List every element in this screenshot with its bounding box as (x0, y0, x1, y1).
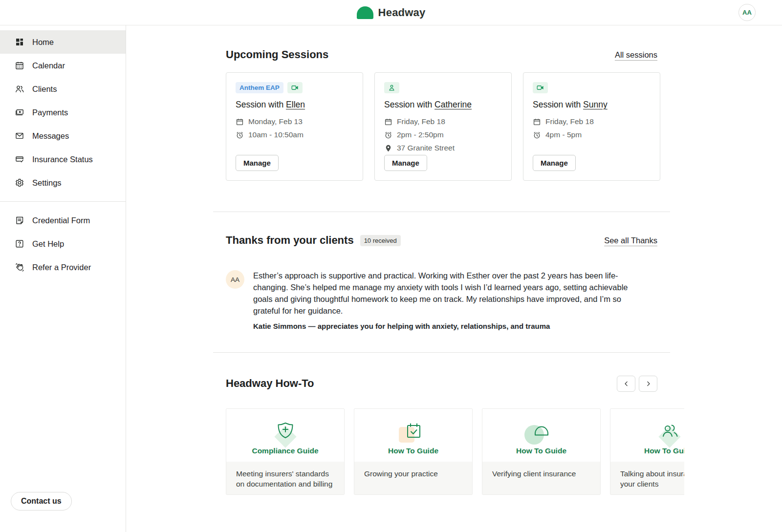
calendar-meta-icon (384, 118, 392, 126)
get-help-icon (15, 239, 24, 249)
session-date-text: Friday, Feb 18 (397, 117, 445, 126)
payments-icon (15, 107, 24, 117)
sidebar-item-refer-a-provider[interactable]: Refer a Provider (0, 255, 126, 279)
waving-hand-icon (15, 262, 24, 272)
thanks-count-badge: 10 received (360, 235, 401, 246)
review-text: Esther’s approach is supportive and prac… (253, 270, 642, 317)
session-date-text: Friday, Feb 18 (545, 117, 594, 126)
person-badge (384, 82, 399, 93)
main-content: Upcoming Sessions All sessions Anthem EA… (213, 25, 670, 495)
sidebar-item-payments[interactable]: Payments (0, 101, 126, 124)
session-location: 37 Granite Street (384, 144, 502, 152)
top-header: Headway AA (0, 0, 782, 25)
session-time-text: 10am - 10:50am (248, 130, 304, 139)
carousel-next-button[interactable] (639, 376, 657, 392)
sidebar-primary-nav: HomeCalendarClientsPaymentsMessagesInsur… (0, 30, 126, 194)
manage-button[interactable]: Manage (384, 155, 427, 171)
calendar-meta-icon (533, 118, 541, 126)
headway-logo[interactable]: Headway (357, 6, 426, 19)
howto-card-label: How To Guide (644, 447, 684, 455)
sidebar-item-label: Payments (32, 108, 68, 117)
session-date-text: Monday, Feb 13 (248, 117, 303, 126)
credential-form-icon (15, 215, 24, 225)
headway-dome-icon (531, 421, 552, 442)
sidebar-item-insurance-status[interactable]: Insurance Status (0, 148, 126, 171)
howto-card[interactable]: How To GuideTalking about insurance with… (610, 408, 684, 495)
sidebar-item-label: Messages (32, 131, 69, 141)
upcoming-sessions-section: Upcoming Sessions All sessions Anthem EA… (213, 48, 670, 212)
session-time: 10am - 10:50am (236, 130, 353, 139)
client-link[interactable]: Sunny (583, 100, 608, 109)
sidebar-item-label: Refer a Provider (32, 263, 91, 272)
clock-meta-icon (533, 131, 541, 139)
howto-card-description: Growing your practice (354, 462, 472, 495)
session-card: Anthem EAPSession with EllenMonday, Feb … (226, 72, 363, 181)
chevron-left-icon (623, 380, 630, 387)
session-location-text: 37 Granite Street (397, 144, 455, 152)
howto-card-description: Meeting insurers' standards on documenta… (226, 462, 344, 495)
session-title: Session with Sunny (533, 100, 651, 110)
home-icon (15, 37, 24, 47)
settings-icon (15, 178, 24, 188)
sidebar-item-messages[interactable]: Messages (0, 124, 126, 148)
sidebar-item-label: Clients (32, 85, 57, 94)
all-sessions-link[interactable]: All sessions (615, 50, 657, 60)
section-divider (213, 212, 670, 212)
video-camera-badge (287, 82, 303, 93)
contact-us-button[interactable]: Contact us (11, 492, 72, 511)
manage-button[interactable]: Manage (236, 155, 279, 171)
section-divider (213, 352, 670, 353)
shield-plus-icon (275, 421, 296, 442)
session-time-text: 2pm - 2:50pm (397, 130, 444, 139)
upcoming-sessions-title: Upcoming Sessions (226, 48, 328, 61)
messages-icon (15, 131, 24, 141)
clock-meta-icon (384, 131, 392, 139)
video-camera-icon (536, 84, 544, 92)
sidebar-item-label: Get Help (32, 239, 64, 249)
sidebar-divider (0, 201, 126, 202)
session-title-prefix: Session with (236, 100, 286, 109)
session-title: Session with Ellen (236, 100, 353, 110)
session-time: 2pm - 2:50pm (384, 130, 502, 139)
sidebar-item-credential-form[interactable]: Credential Form (0, 209, 126, 232)
clock-meta-icon (236, 131, 244, 139)
sidebar-item-clients[interactable]: Clients (0, 77, 126, 101)
howto-card-description: Talking about insurance with your client… (610, 462, 684, 495)
session-time: 4pm - 5pm (533, 130, 651, 139)
sidebar-item-settings[interactable]: Settings (0, 171, 126, 194)
thanks-title: Thanks from your clients (226, 234, 354, 247)
user-avatar[interactable]: AA (739, 4, 756, 21)
howto-card-label: How To Guide (388, 447, 438, 455)
brand-name: Headway (378, 6, 426, 19)
insurance-icon (15, 154, 24, 164)
howto-section: Headway How-To Compliance GuideMeeting i… (213, 376, 670, 495)
client-link[interactable]: Ellen (286, 100, 305, 109)
session-title: Session with Catherine (384, 100, 502, 110)
session-date: Friday, Feb 18 (384, 117, 502, 126)
session-title-prefix: Session with (384, 100, 434, 109)
reviewer-avatar: AA (226, 270, 244, 289)
session-title-prefix: Session with (533, 100, 583, 109)
person-icon (388, 84, 396, 92)
manage-button[interactable]: Manage (533, 155, 576, 171)
howto-card[interactable]: How To GuideVerifying client insurance (482, 408, 601, 495)
carousel-prev-button[interactable] (617, 376, 635, 392)
people-group-icon (659, 421, 680, 442)
sidebar-item-get-help[interactable]: Get Help (0, 232, 126, 255)
see-all-thanks-link[interactable]: See all Thanks (604, 236, 657, 245)
calendar-check-icon (403, 421, 424, 442)
video-camera-badge (533, 82, 548, 93)
headway-dome-icon (357, 6, 373, 19)
howto-card-description: Verifying client insurance (482, 462, 600, 495)
video-camera-icon (291, 84, 299, 92)
sidebar-item-home[interactable]: Home (0, 30, 126, 54)
client-review: AA Esther’s approach is supportive and p… (213, 270, 670, 330)
calendar-meta-icon (236, 118, 244, 126)
sidebar-secondary-nav: Credential FormGet HelpRefer a Provider (0, 209, 126, 279)
client-link[interactable]: Catherine (434, 100, 472, 109)
howto-card[interactable]: How To GuideGrowing your practice (354, 408, 473, 495)
howto-card[interactable]: Compliance GuideMeeting insurers' standa… (226, 408, 345, 495)
howto-title: Headway How-To (226, 377, 314, 390)
insurance-badge: Anthem EAP (236, 82, 283, 93)
sidebar-item-calendar[interactable]: Calendar (0, 54, 126, 77)
